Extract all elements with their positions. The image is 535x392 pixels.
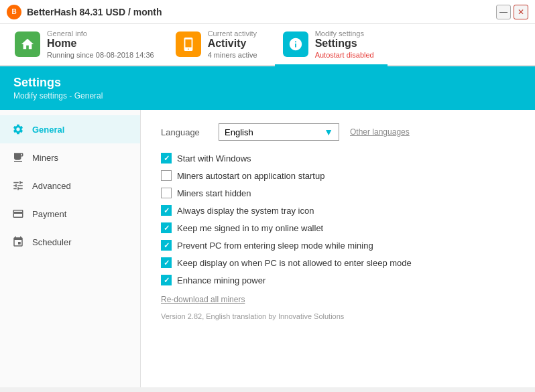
language-label: Language — [161, 127, 208, 137]
advanced-icon — [11, 178, 25, 193]
tab-home[interactable]: General info Home Running since 08-08-20… — [7, 24, 168, 66]
checkbox-label-keep_display[interactable]: Keep display on when PC is not allowed t… — [177, 258, 412, 268]
home-tab-status: Running since 08-08-2018 14:36 — [47, 51, 154, 59]
activity-tab-icon — [176, 31, 201, 57]
checkbox-start_windows[interactable] — [161, 153, 172, 164]
settings-content: Language English ▼ Other languages Start… — [141, 110, 535, 387]
checkbox-miners_hidden[interactable] — [161, 188, 172, 198]
sidebar-item-payment[interactable]: Payment — [0, 200, 140, 228]
sidebar-scheduler-label: Scheduler — [32, 237, 72, 247]
checkbox-label-miners_autostart[interactable]: Miners autostart on application startup — [177, 171, 324, 181]
scheduler-icon — [11, 235, 25, 249]
checkbox-label-system_tray[interactable]: Always display the system tray icon — [177, 206, 314, 216]
sidebar-item-scheduler[interactable]: Scheduler — [0, 228, 140, 256]
checkboxes-list: Start with WindowsMiners autostart on ap… — [161, 153, 515, 285]
sidebar-item-miners[interactable]: Miners — [0, 143, 140, 172]
activity-tab-main: Activity — [208, 38, 257, 50]
checkbox-label-prevent_sleep[interactable]: Prevent PC from entering sleep mode whil… — [177, 241, 373, 251]
checkbox-row-system_tray: Always display the system tray icon — [161, 205, 515, 216]
checkbox-enhance_mining[interactable] — [161, 275, 172, 285]
activity-tab-info: Current activity Activity 4 miners activ… — [208, 29, 257, 59]
window-controls: — ✕ — [496, 5, 528, 19]
redownload-link[interactable]: Re-download all miners — [161, 295, 515, 304]
language-value: English — [225, 127, 321, 137]
title-bar: B BetterHash 84.31 USD / month — ✕ — [0, 0, 535, 24]
title-bar-left: B BetterHash 84.31 USD / month — [7, 5, 162, 19]
content-area: Settings Modify settings - General Gener… — [0, 66, 535, 387]
sidebar-payment-label: Payment — [32, 209, 66, 219]
sidebar-item-general[interactable]: General — [0, 115, 140, 143]
language-dropdown[interactable]: English ▼ — [219, 123, 339, 141]
sidebar-miners-label: Miners — [32, 153, 58, 163]
settings-header: Settings Modify settings - General — [0, 66, 535, 110]
app-title: BetterHash 84.31 USD / month — [27, 7, 162, 17]
activity-tab-status: 4 miners active — [208, 51, 257, 59]
close-button[interactable]: ✕ — [514, 5, 528, 19]
checkbox-row-keep_display: Keep display on when PC is not allowed t… — [161, 257, 515, 268]
checkbox-label-miners_hidden[interactable]: Miners start hidden — [177, 188, 251, 198]
settings-header-title: Settings — [13, 76, 522, 90]
miners-icon — [11, 150, 25, 165]
checkbox-signed_in[interactable] — [161, 222, 172, 233]
language-row: Language English ▼ Other languages — [161, 123, 515, 141]
version-text: Version 2.82, English translation by Inn… — [161, 312, 344, 320]
home-tab-icon — [15, 31, 40, 57]
checkbox-label-start_windows[interactable]: Start with Windows — [177, 153, 251, 164]
checkbox-row-miners_autostart: Miners autostart on application startup — [161, 170, 515, 181]
checkbox-row-signed_in: Keep me signed in to my online wallet — [161, 222, 515, 233]
checkbox-keep_display[interactable] — [161, 257, 172, 268]
general-icon — [11, 122, 25, 137]
checkbox-label-signed_in[interactable]: Keep me signed in to my online wallet — [177, 223, 323, 233]
tab-activity[interactable]: Current activity Activity 4 miners activ… — [168, 24, 275, 66]
tab-settings[interactable]: Modify settings Settings Autostart disab… — [275, 24, 388, 66]
sidebar: General Miners Advanced Payment — [0, 110, 141, 387]
sidebar-advanced-label: Advanced — [32, 181, 71, 191]
app-logo: B — [7, 5, 21, 19]
checkbox-row-prevent_sleep: Prevent PC from entering sleep mode whil… — [161, 240, 515, 251]
checkbox-row-miners_hidden: Miners start hidden — [161, 188, 515, 198]
home-tab-info: General info Home Running since 08-08-20… — [47, 29, 154, 59]
sidebar-item-advanced[interactable]: Advanced — [0, 172, 140, 200]
settings-tab-info: Modify settings Settings Autostart disab… — [315, 29, 374, 59]
dropdown-arrow-icon: ▼ — [324, 127, 333, 137]
settings-header-sub: Modify settings - General — [13, 91, 522, 101]
checkbox-label-enhance_mining[interactable]: Enhance mining power — [177, 275, 265, 285]
nav-tabs: General info Home Running since 08-08-20… — [0, 24, 535, 66]
settings-tab-sub: Modify settings — [315, 29, 374, 38]
settings-tab-main: Settings — [315, 38, 374, 50]
main-layout: General Miners Advanced Payment — [0, 110, 535, 387]
payment-icon — [11, 206, 25, 221]
activity-tab-sub: Current activity — [208, 29, 257, 38]
home-tab-sub: General info — [47, 29, 154, 38]
checkbox-system_tray[interactable] — [161, 205, 172, 216]
checkbox-row-enhance_mining: Enhance mining power — [161, 275, 515, 285]
checkbox-prevent_sleep[interactable] — [161, 240, 172, 251]
checkbox-row-start_windows: Start with Windows — [161, 153, 515, 164]
checkbox-miners_autostart[interactable] — [161, 170, 172, 181]
sidebar-general-label: General — [32, 125, 64, 135]
home-tab-main: Home — [47, 38, 154, 50]
settings-tab-status: Autostart disabled — [315, 51, 374, 59]
minimize-button[interactable]: — — [496, 5, 511, 19]
settings-tab-icon — [283, 31, 308, 57]
other-languages-link[interactable]: Other languages — [350, 127, 410, 137]
